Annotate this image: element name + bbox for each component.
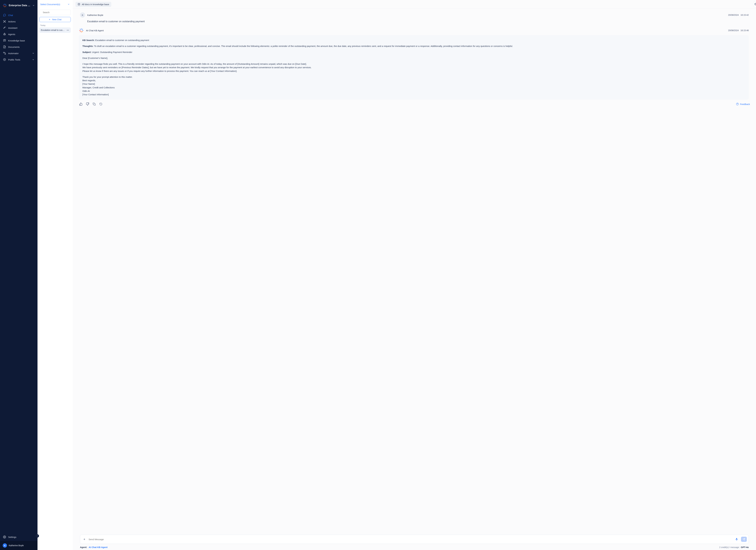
sidebar-item-chat[interactable]: Chat <box>1 12 37 18</box>
search-box[interactable] <box>39 10 71 15</box>
svg-line-7 <box>4 22 4 22</box>
sidebar-item-documents[interactable]: Documents <box>1 44 37 50</box>
mic-icon <box>735 538 738 541</box>
svg-line-6 <box>5 21 5 21</box>
agent-message-header: AI Chat KB Agent 20/08/2024 16:15:46 <box>79 28 749 33</box>
new-chat-button[interactable]: New Chat <box>39 17 71 22</box>
svg-rect-31 <box>94 104 96 105</box>
sidebar-item-label: Documents <box>8 46 20 48</box>
workspace-name: Enterprise Data Mana.. <box>9 4 31 7</box>
svg-rect-18 <box>3 52 4 53</box>
sidebar-item-label: Knowledge base <box>8 39 25 42</box>
wand-icon <box>3 26 6 29</box>
kb-scope-label: All docs in knowledge base <box>82 3 109 6</box>
user-name: Katherine Boyle <box>9 544 24 547</box>
svg-point-1 <box>3 21 4 21</box>
email-closing-5: Odin AI <box>82 90 90 92</box>
mic-button[interactable] <box>734 537 739 542</box>
thumbs-down-icon <box>86 102 89 106</box>
svg-point-20 <box>3 59 6 61</box>
agent-message-name: AI Chat KB Agent <box>86 29 104 32</box>
email-greeting: Dear [Customer's Name], <box>82 56 745 60</box>
feedback-label: Feedback <box>740 103 750 105</box>
reaction-bar: Feedback <box>79 102 750 106</box>
robot-icon <box>3 33 6 36</box>
sidebar-item-agents[interactable]: Agents <box>1 31 37 37</box>
sidebar-item-label: Actions <box>8 20 16 23</box>
chat-list-item[interactable]: Escalation email to custo... <box>39 27 71 33</box>
feedback-button[interactable]: Feedback <box>736 103 750 105</box>
chevron-down-icon <box>32 4 35 7</box>
chevron-down-icon <box>32 52 34 54</box>
sidebar-item-assistant[interactable]: Assistant <box>1 25 37 31</box>
topbar: All docs in knowledge base <box>73 0 756 9</box>
sidebar-item-label: Settings <box>8 536 16 538</box>
sidebar-item-actions[interactable]: Actions <box>1 18 37 24</box>
send-icon <box>743 538 745 541</box>
svg-point-23 <box>4 60 5 60</box>
composer <box>80 535 749 544</box>
email-paragraph-2: We have previously sent reminders on [Pr… <box>82 66 311 69</box>
chat-item-title: Escalation email to custo... <box>41 29 65 31</box>
help-circle-icon <box>736 103 739 105</box>
agent-name[interactable]: AI Chat KB Agent <box>89 546 108 548</box>
user-message-date: 20/08/2024 <box>728 14 739 16</box>
regenerate-button[interactable] <box>99 102 103 106</box>
kb-scope-chip[interactable]: All docs in knowledge base <box>75 2 111 7</box>
chevron-down-icon <box>32 58 34 61</box>
thumbs-up-button[interactable] <box>79 102 83 106</box>
email-paragraph-3: Please let us know if there are any issu… <box>82 70 237 72</box>
kb-search-value: Escalation email to customer on outstand… <box>95 39 149 41</box>
sidebar-item-knowledge-base[interactable]: Knowledge base <box>1 37 37 44</box>
svg-point-21 <box>4 59 4 60</box>
sidebar-nav: Chat Actions Assistant Agents Knowledge … <box>0 11 37 533</box>
message-input[interactable] <box>89 538 732 541</box>
thumbs-down-button[interactable] <box>85 102 90 106</box>
agent-label: Agent: <box>80 546 87 548</box>
svg-rect-19 <box>5 54 6 54</box>
plus-icon <box>83 538 86 541</box>
brand-logo-icon <box>3 3 7 8</box>
chevron-down-icon <box>67 3 70 5</box>
thoughts-value: To draft an escalation email to a custom… <box>94 45 513 47</box>
document-icon <box>3 45 6 48</box>
svg-line-8 <box>5 22 5 22</box>
more-icon[interactable] <box>66 30 69 30</box>
email-closing-6: [Your Contact Information] <box>82 93 109 96</box>
svg-point-10 <box>4 34 4 34</box>
copy-icon <box>93 102 96 106</box>
sidebar-item-label: Public Tools <box>8 58 20 61</box>
settings-area: Settings <box>0 533 37 541</box>
sidebar-item-label: Automator <box>8 52 19 55</box>
workspace-switcher[interactable]: Enterprise Data Mana.. <box>0 0 37 11</box>
search-input[interactable] <box>43 11 69 14</box>
sidebar-item-automator[interactable]: Automator <box>1 50 37 56</box>
refresh-icon <box>99 102 102 106</box>
actions-icon <box>3 20 6 23</box>
statusbar: Agent: AI Chat KB Agent 2 credit(s) / me… <box>73 545 756 550</box>
book-icon <box>3 39 6 42</box>
agent-logo-icon <box>79 28 84 33</box>
agent-response: KB Search: Escalation email to customer … <box>79 35 749 99</box>
database-icon <box>78 3 80 6</box>
kb-panel-toggle[interactable] <box>753 2 756 7</box>
subject-label: Subject: <box>82 51 91 53</box>
kb-search-label: KB Search: <box>82 39 95 41</box>
database-icon <box>754 3 756 6</box>
copy-button[interactable] <box>92 102 96 106</box>
attach-button[interactable] <box>82 537 86 541</box>
user-footer[interactable]: K Katherine Boyle <box>0 541 37 550</box>
user-message-text: Escalation email to customer on outstand… <box>87 20 749 23</box>
sidebar-item-settings[interactable]: Settings <box>1 534 37 540</box>
user-message-name: Katherine Boyle <box>87 14 103 16</box>
sidebar-item-public-tools[interactable]: Public Tools <box>1 57 37 63</box>
collapse-sidebar-button[interactable] <box>36 534 39 538</box>
user-avatar: K <box>3 543 7 548</box>
today-label: Today <box>37 24 73 27</box>
select-documents-button[interactable]: Select Document(s) <box>37 0 73 8</box>
svg-point-30 <box>755 3 756 4</box>
agent-message-time: 16:15:46 <box>741 29 749 32</box>
sidebar: Enterprise Data Mana.. Chat Actions Assi… <box>0 0 37 550</box>
send-button[interactable] <box>741 537 747 542</box>
plus-icon <box>49 18 51 21</box>
